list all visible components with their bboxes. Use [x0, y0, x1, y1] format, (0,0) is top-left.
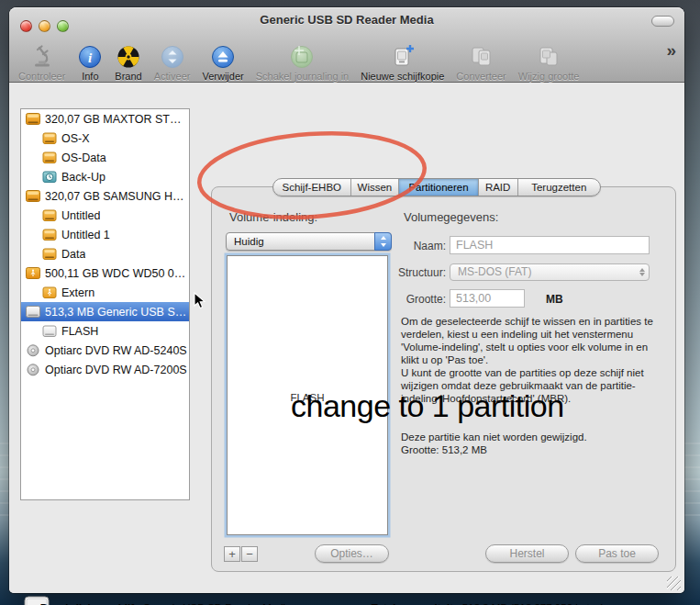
toolbar-button-converteer: Converteer	[456, 36, 506, 82]
toolbar-button-label: Nieuwe schijfkopie	[361, 71, 444, 82]
size-field: 513,00	[450, 289, 525, 308]
resize-icon	[536, 42, 561, 71]
volume-orange-icon	[42, 209, 57, 222]
eject-icon	[210, 42, 236, 71]
sidebar-item-label: Untitled 1	[61, 229, 110, 241]
disk-info-left: Beschrijving schijf:Generic USB SD Reade…	[28, 601, 292, 605]
usb-volume-icon	[42, 286, 57, 299]
toolbar-button-label: Info	[82, 71, 98, 82]
sidebar-item-513-3-mb-generic-usb-s[interactable]: 513,3 MB Generic USB S…	[21, 302, 189, 321]
toolbar-button-verwijder[interactable]: Verwijder	[202, 36, 243, 82]
internal-disk-icon	[26, 113, 40, 126]
toolbar-button-activeer: Activeer	[154, 36, 191, 82]
sidebar-item-label: OS-Data	[61, 151, 106, 164]
format-value: MS-DOS (FAT)	[458, 265, 531, 278]
burn-icon	[116, 42, 141, 71]
sidebar-item-label: 320,07 GB SAMSUNG HD…	[45, 190, 189, 203]
window-resize-grip[interactable]	[667, 577, 681, 590]
volume-layout-popup[interactable]: Huidig	[226, 232, 392, 251]
sidebar-item-label: Back-Up	[61, 171, 106, 184]
close-button[interactable]	[20, 20, 32, 32]
volume-layout-label: Volume-indeling:	[229, 210, 317, 224]
title-bar[interactable]: Generic USB SD Reader Media	[9, 7, 684, 33]
usb-disk-icon	[26, 267, 40, 280]
toolbar: Controleer iInfo Brand Activeer Verwijde…	[9, 33, 684, 83]
volume-orange-icon	[42, 229, 57, 241]
sidebar-item-320-07-gb-samsung-hd[interactable]: 320,07 GB SAMSUNG HD…	[21, 186, 189, 206]
toolbar-button-label: Brand	[115, 71, 141, 82]
sidebar-item-optiarc-dvd-rw-ad-5240s[interactable]: Optiarc DVD RW AD-5240S	[21, 341, 189, 360]
tab-schijf-ehbo[interactable]: Schijf-EHBO	[273, 179, 351, 196]
sidebar-item-data[interactable]: Data	[21, 244, 189, 263]
internal-disk-icon	[26, 190, 40, 203]
toolbar-button-label: Controleer	[18, 71, 65, 82]
sidebar-item-label: Optiarc DVD RW AD-5240S	[45, 344, 187, 357]
toolbar-button-schakel-journaling-in: Schakel journaling in	[256, 36, 350, 82]
external-volume-icon	[42, 325, 57, 338]
sidebar-item-label: Data	[61, 248, 85, 261]
sidebar-item-os-data[interactable]: OS-Data	[21, 148, 189, 167]
add-partition-button[interactable]: +	[224, 546, 240, 562]
toolbar-button-info[interactable]: iInfo	[77, 36, 103, 82]
sidebar-item-untitled-1[interactable]: Untitled 1	[21, 225, 189, 244]
description-paragraph: Deze partitie kan niet worden gewijzigd.…	[401, 431, 669, 456]
sidebar-item-500-11-gb-wdc-wd50-0[interactable]: 500,11 GB WDC WD50 0…	[21, 263, 189, 283]
toolbar-button-controleer: Controleer	[18, 36, 65, 82]
info-row: Totale capaciteit:513,3 MB (513.277.952 …	[332, 601, 605, 605]
name-field: FLASH	[450, 236, 650, 254]
volume-orange-icon	[42, 151, 57, 164]
sidebar-item-back-up[interactable]: Back-Up	[21, 167, 189, 186]
external-disk-icon	[26, 306, 40, 319]
info-icon: i	[77, 42, 103, 71]
volume-orange-icon	[42, 132, 57, 145]
apply-button: Pas toe	[575, 544, 659, 563]
tab-wissen[interactable]: Wissen	[351, 179, 400, 196]
disk-info-right: Totale capaciteit:513,3 MB (513.277.952 …	[332, 601, 605, 605]
toolbar-button-label: Converteer	[456, 71, 506, 82]
tab-raid[interactable]: RAID	[479, 179, 518, 196]
info-label: Beschrijving schijf	[28, 601, 134, 605]
info-label: Totale capaciteit	[332, 601, 453, 605]
window-chrome: Generic USB SD Reader Media Controleer i…	[9, 7, 684, 83]
info-row: Beschrijving schijf:Generic USB SD Reade…	[28, 601, 292, 605]
options-button: Opties…	[315, 544, 389, 563]
sidebar-item-extern[interactable]: Extern	[21, 283, 189, 302]
volume-orange-icon	[42, 248, 57, 261]
sidebar-item-label: 500,11 GB WDC WD50 0…	[45, 267, 185, 280]
optical-drive-icon	[26, 364, 40, 376]
toolbar-button-label: Verwijder	[202, 71, 243, 82]
zoom-button[interactable]	[57, 20, 69, 32]
minimize-button[interactable]	[39, 20, 50, 32]
volume-layout-value: Huidig	[234, 236, 264, 247]
format-popup: MS-DOS (FAT)	[450, 263, 650, 281]
toolbar-button-brand[interactable]: Brand	[115, 36, 141, 82]
toolbar-button-label: Activeer	[154, 71, 191, 82]
tab-terugzetten[interactable]: Terugzetten	[518, 179, 600, 196]
sidebar-item-untitled[interactable]: Untitled	[21, 206, 189, 225]
sidebar-item-320-07-gb-maxtor-stm[interactable]: 320,07 GB MAXTOR STM…	[21, 109, 189, 129]
sidebar-item-label: 320,07 GB MAXTOR STM…	[45, 113, 189, 126]
toolbar-button-wijzig-grootte: Wijzig grootte	[518, 36, 580, 82]
remove-partition-button[interactable]: −	[241, 546, 258, 562]
toolbar-overflow-chevron[interactable]: »	[666, 40, 676, 61]
sidebar-item-os-x[interactable]: OS-X	[21, 129, 189, 148]
revert-button: Herstel	[485, 544, 569, 563]
toolbar-button-label: Wijzig grootte	[518, 71, 580, 82]
sidebar-item-label: OS-X	[61, 132, 90, 145]
tab-partitioneren[interactable]: Partitioneren	[399, 179, 479, 196]
disk-utility-window: Generic USB SD Reader Media Controleer i…	[9, 7, 684, 593]
toolbar-toggle-pill[interactable]	[651, 16, 674, 27]
optical-drive-icon	[26, 344, 40, 357]
description-paragraph: Om de geselecteerde schijf te wissen en …	[401, 315, 669, 366]
sidebar-item-label: 513,3 MB Generic USB S…	[45, 306, 186, 319]
window-title: Generic USB SD Reader Media	[9, 7, 684, 32]
size-unit-label: MB	[546, 293, 563, 306]
sidebar-item-flash[interactable]: FLASH	[21, 321, 189, 341]
backup-volume-icon	[42, 171, 57, 184]
sidebar-item-optiarc-dvd-rw-ad-7200s[interactable]: Optiarc DVD RW AD-7200S	[21, 360, 189, 379]
window-content: 320,07 GB MAXTOR STM… OS-X OS-Data Back-…	[9, 84, 684, 593]
name-label: Naam:	[382, 240, 446, 252]
sidebar-item-label: Extern	[61, 286, 94, 299]
tab-bar: Schijf-EHBOWissenPartitionerenRAIDTerugz…	[272, 178, 601, 196]
toolbar-button-nieuwe-schijfkopie[interactable]: Nieuwe schijfkopie	[361, 36, 444, 82]
